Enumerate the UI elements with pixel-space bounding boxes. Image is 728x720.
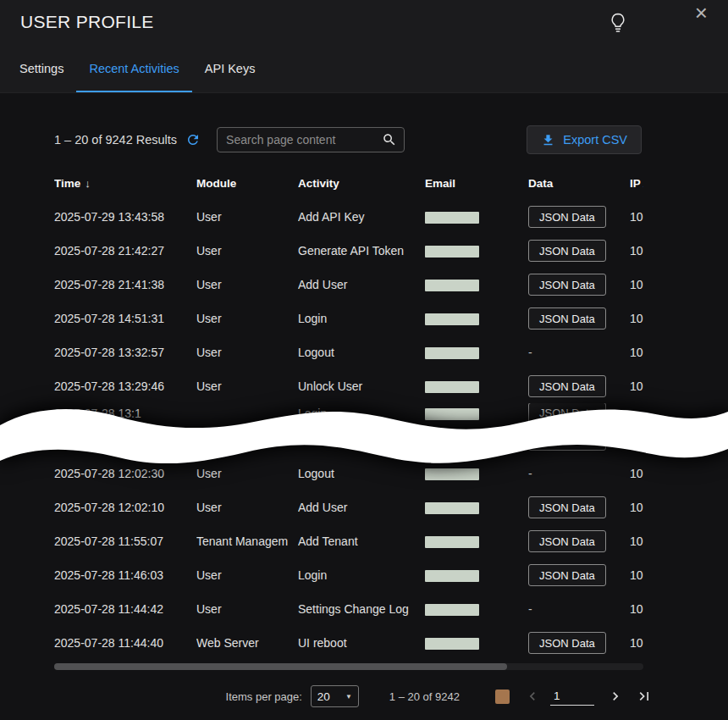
cell-email [425,379,528,393]
cell-data: JSON Data [528,274,630,296]
search-box[interactable] [217,127,405,152]
last-page-button[interactable] [635,687,654,706]
cell-data: JSON Data [528,375,630,397]
export-csv-label: Export CSV [563,133,627,147]
paginator: Items per page: 20 ▼ 1 – 20 of 9242 [0,678,728,715]
redacted-email [425,313,479,325]
json-data-button[interactable]: JSON Data [528,564,606,586]
cell-ip: 10. [630,346,643,359]
tab-api-keys[interactable]: API Keys [192,46,268,92]
cell-email [425,501,528,514]
column-header-module[interactable]: Module [196,177,298,190]
cell-activity: Add Tenant [298,534,425,548]
json-data-button[interactable]: JSON Data [528,429,606,451]
tab-recent-activities[interactable]: Recent Activities [76,46,191,92]
lightbulb-icon[interactable] [609,13,626,33]
cell-module: User [196,210,298,224]
refresh-icon[interactable] [185,132,201,147]
json-data-button[interactable]: JSON Data [528,496,606,518]
cell-email [425,568,528,582]
cell-time: 2025-07-29 13:43:58 [54,210,196,224]
redacted-email [425,638,479,650]
items-per-page-value: 20 [317,690,330,703]
json-data-button[interactable]: JSON Data [528,403,606,423]
column-header-data[interactable]: Data [528,177,630,190]
cell-data: JSON Data [528,403,630,423]
table-row: User JSON Data [54,423,643,457]
horizontal-scrollbar[interactable] [54,663,643,670]
column-header-time[interactable]: Time↓ [54,177,196,190]
table-row: 2025-07-28 11:55:07 Tenant Managem Add T… [54,524,643,558]
first-page-swatch-icon[interactable] [495,690,510,704]
cell-module: User [196,346,298,359]
cell-data: JSON Data [528,564,630,586]
export-csv-button[interactable]: Export CSV [527,125,642,154]
cell-data: - [528,602,630,616]
no-data-dash: - [528,467,532,480]
recent-activities-panel: 1 – 20 of 9242 Results [0,125,728,670]
json-data-button[interactable]: JSON Data [528,375,606,397]
json-data-button[interactable]: JSON Data [528,307,606,330]
table-row: 2025-07-28 12:02:30 User Logout - 10. [54,457,643,490]
table-row: 2025-07-28 21:41:38 User Add User JSON D… [54,268,643,302]
cell-module: Web Server [196,636,298,650]
json-data-button[interactable]: JSON Data [528,206,606,228]
close-icon[interactable]: × [695,0,708,25]
items-per-page-select[interactable]: 20 ▼ [311,685,359,707]
cell-email [425,602,528,616]
cell-ip: 10. [630,379,643,393]
table-row: 2025-07-28 12:02:10 User Add User JSON D… [54,490,643,524]
table-row: 2025-07-28 11:44:40 Web Server UI reboot… [54,626,643,660]
cell-email [425,467,528,480]
page-number-input[interactable] [550,687,594,706]
json-data-button[interactable]: JSON Data [528,530,606,552]
cell-email [425,278,528,291]
activity-table: Time↓ Module Activity Email Data IP A 20… [54,166,643,660]
cell-data: JSON Data [528,240,630,262]
cell-time: 2025-07-28 12:02:10 [54,501,196,514]
cell-time: 2025-07-28 11:55:07 [54,534,196,548]
tab-settings[interactable]: Settings [7,46,76,92]
cell-activity: Login [298,312,425,325]
dialog-title: USER PROFILE [20,12,154,32]
cell-module: User [196,467,298,480]
cell-data: JSON Data [528,496,630,518]
table-row: 2025-07-28 13:1 Login JSON Data [54,403,643,423]
cell-data: JSON Data [528,530,630,552]
table-row: 2025-07-28 13:32:57 User Logout - 10. [54,335,643,369]
cell-data: JSON Data [528,429,630,451]
previous-page-button[interactable] [523,687,542,706]
no-data-dash: - [528,602,532,616]
cell-module: User [196,244,298,258]
cell-module: User [196,379,298,393]
cell-activity: Login [298,407,425,420]
redacted-email [425,280,479,291]
table-body: 2025-07-29 13:43:58 User Add API Key JSO… [54,200,643,660]
cell-email [425,406,528,419]
cell-time: 2025-07-28 11:46:03 [54,568,196,582]
next-page-button[interactable] [606,687,625,706]
cell-ip: 10. [630,244,643,258]
cell-ip: 10. [630,210,643,224]
search-icon[interactable] [382,132,397,147]
tab-bar: Settings Recent Activities API Keys [0,46,728,93]
json-data-button[interactable]: JSON Data [528,274,606,296]
json-data-button[interactable]: JSON Data [528,632,606,654]
table-header-row: Time↓ Module Activity Email Data IP A [54,166,643,200]
cell-data: - [528,346,630,359]
scrollbar-thumb[interactable] [54,663,507,670]
cell-ip: 10. [630,312,643,325]
cell-data: JSON Data [528,307,630,330]
json-data-button[interactable]: JSON Data [528,240,606,262]
results-count: 1 – 20 of 9242 Results [54,133,177,147]
cell-email [425,244,528,258]
cell-module: Tenant Managem [196,534,298,548]
column-label-time: Time [54,177,80,190]
cell-module: User [196,278,298,291]
column-header-activity[interactable]: Activity [298,177,425,190]
table-row: 2025-07-28 13:29:46 User Unlock User JSO… [54,369,643,403]
column-header-email[interactable]: Email [425,177,528,190]
cell-email [425,210,528,224]
column-header-ip[interactable]: IP A [630,177,643,190]
search-input[interactable] [226,133,382,147]
